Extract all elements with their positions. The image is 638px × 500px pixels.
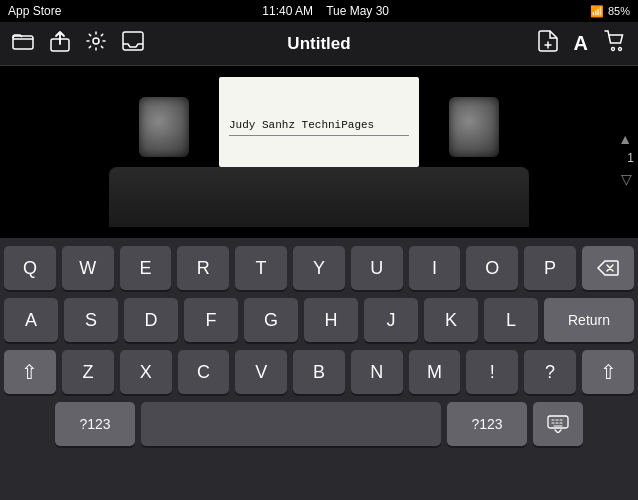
- document-title: Untitled: [217, 34, 422, 54]
- typewriter-left-spool: [139, 97, 189, 157]
- key-c[interactable]: C: [178, 350, 230, 394]
- toolbar: Untitled A: [0, 22, 638, 66]
- cart-icon[interactable]: [604, 30, 626, 57]
- folder-icon[interactable]: [12, 32, 34, 55]
- app-store-label: App Store: [8, 4, 61, 18]
- keyboard-row-4: ?123 ?123: [4, 402, 634, 446]
- shift-left-key[interactable]: ⇧: [4, 350, 56, 394]
- keyboard-row-1: Q W E R T Y U I O P: [4, 246, 634, 290]
- typewriter-body: [109, 167, 529, 227]
- svg-point-4: [612, 48, 615, 51]
- keyboard-row-2: A S D F G H J K L Return: [4, 298, 634, 342]
- key-g[interactable]: G: [244, 298, 298, 342]
- keyboard-dismiss-key[interactable]: [533, 402, 583, 446]
- key-r[interactable]: R: [177, 246, 229, 290]
- shift-right-key[interactable]: ⇧: [582, 350, 634, 394]
- key-z[interactable]: Z: [62, 350, 114, 394]
- doc-add-icon[interactable]: [538, 30, 558, 57]
- status-right: 📶 85%: [590, 5, 630, 18]
- scroll-up-icon[interactable]: ▲: [618, 131, 632, 147]
- key-s[interactable]: S: [64, 298, 118, 342]
- key-h[interactable]: H: [304, 298, 358, 342]
- shift-right-icon: ⇧: [600, 360, 617, 384]
- key-v[interactable]: V: [235, 350, 287, 394]
- typewriter-right-spool: [449, 97, 499, 157]
- cursor-line: [229, 135, 409, 136]
- keyboard-row-3: ⇧ Z X C V B N M ! ? ⇧: [4, 350, 634, 394]
- status-time: 11:40 AM Tue May 30: [262, 4, 389, 18]
- key-l[interactable]: L: [484, 298, 538, 342]
- key-exclaim[interactable]: !: [466, 350, 518, 394]
- key-w[interactable]: W: [62, 246, 114, 290]
- typewriter: Judy Sanhz TechniPages: [109, 77, 529, 227]
- key-k[interactable]: K: [424, 298, 478, 342]
- key-x[interactable]: X: [120, 350, 172, 394]
- status-bar: App Store 11:40 AM Tue May 30 📶 85%: [0, 0, 638, 22]
- font-icon[interactable]: A: [574, 32, 588, 55]
- return-key[interactable]: Return: [544, 298, 634, 342]
- settings-icon[interactable]: [86, 31, 106, 56]
- key-e[interactable]: E: [120, 246, 172, 290]
- toolbar-right: A: [421, 30, 626, 57]
- key-n[interactable]: N: [351, 350, 403, 394]
- svg-rect-0: [13, 36, 33, 49]
- paper[interactable]: Judy Sanhz TechniPages: [219, 77, 419, 167]
- page-number: 1: [627, 151, 634, 165]
- svg-point-5: [619, 48, 622, 51]
- shift-left-icon: ⇧: [21, 360, 38, 384]
- document-text: Judy Sanhz TechniPages: [229, 119, 409, 131]
- document-area: Judy Sanhz TechniPages ▲ 1 ▽: [0, 66, 638, 238]
- key-y[interactable]: Y: [293, 246, 345, 290]
- status-left: App Store: [8, 4, 61, 18]
- key-o[interactable]: O: [466, 246, 518, 290]
- key-q[interactable]: Q: [4, 246, 56, 290]
- key-a[interactable]: A: [4, 298, 58, 342]
- key-j[interactable]: J: [364, 298, 418, 342]
- key-t[interactable]: T: [235, 246, 287, 290]
- key-p[interactable]: P: [524, 246, 576, 290]
- key-b[interactable]: B: [293, 350, 345, 394]
- toolbar-left: [12, 30, 217, 57]
- number-left-key[interactable]: ?123: [55, 402, 135, 446]
- svg-point-2: [93, 38, 99, 44]
- key-d[interactable]: D: [124, 298, 178, 342]
- number-right-key[interactable]: ?123: [447, 402, 527, 446]
- scroll-down-icon[interactable]: ▽: [621, 171, 632, 187]
- backspace-key[interactable]: [582, 246, 634, 290]
- key-question[interactable]: ?: [524, 350, 576, 394]
- wifi-icon: 📶: [590, 5, 604, 18]
- inbox-icon[interactable]: [122, 31, 144, 56]
- battery-label: 85%: [608, 5, 630, 17]
- keyboard: Q W E R T Y U I O P A S D F G H J K L Re…: [0, 238, 638, 500]
- key-f[interactable]: F: [184, 298, 238, 342]
- share-icon[interactable]: [50, 30, 70, 57]
- key-m[interactable]: M: [409, 350, 461, 394]
- space-key[interactable]: [141, 402, 441, 446]
- key-i[interactable]: I: [409, 246, 461, 290]
- key-u[interactable]: U: [351, 246, 403, 290]
